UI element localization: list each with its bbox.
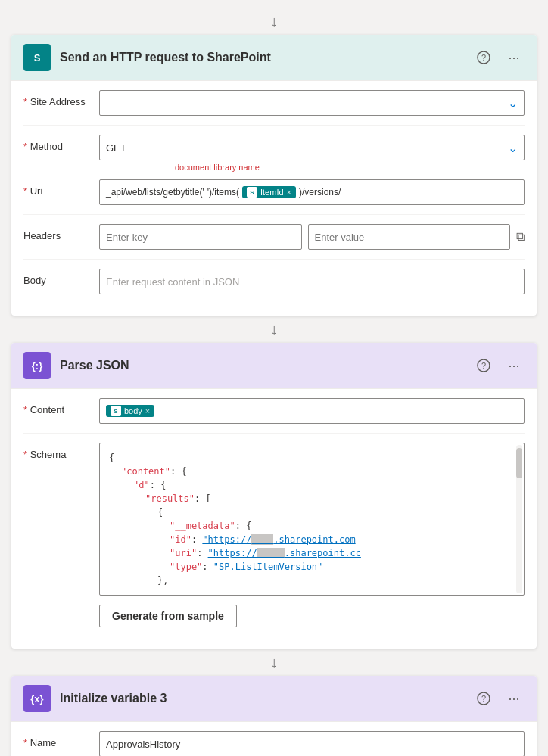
copy-icon: ⧉: [516, 230, 525, 244]
site-address-label: Site Address: [23, 90, 99, 107]
token-close-icon[interactable]: ×: [287, 188, 291, 197]
content-control: S body ×: [99, 398, 525, 424]
content-token-icon: S: [111, 406, 121, 416]
content-row: Content S body ×: [23, 389, 525, 434]
svg-text:?: ?: [481, 53, 486, 62]
uri-suffix: ')/items(: [207, 187, 239, 198]
http-card-title: Send an HTTP request to SharePoint: [60, 51, 464, 64]
generate-from-sample-button[interactable]: Generate from sample: [99, 605, 237, 627]
var-name-control: ApprovalsHistory: [99, 731, 525, 756]
schema-editor[interactable]: { "content": { "d": { "results": [ { "__…: [99, 443, 525, 596]
headers-row: Headers ⧉: [23, 215, 525, 260]
headers-label: Headers: [23, 224, 99, 241]
var-name-label: Name: [23, 731, 99, 748]
method-dropdown[interactable]: GET ⌄: [99, 135, 525, 160]
headers-inputs: ⧉: [99, 224, 525, 250]
var-name-row: Name ApprovalsHistory: [23, 722, 525, 756]
parse-card-title: Parse JSON: [60, 359, 464, 372]
sharepoint-icon: S: [23, 44, 51, 71]
initialize-variable-card: {x} Initialize variable 3 ? ··· Name App…: [11, 676, 537, 756]
schema-line-6: "__metadata": {: [109, 519, 515, 533]
schema-scrollbar-thumb: [516, 448, 522, 478]
parse-more-button[interactable]: ···: [503, 355, 525, 376]
site-address-dropdown[interactable]: ⌄: [99, 90, 525, 116]
uri-token-itemid: S ItemId ×: [242, 186, 296, 198]
schema-line-3: "d": {: [109, 478, 515, 492]
var-card-actions: ? ···: [473, 688, 525, 709]
schema-line-4: "results": [: [109, 492, 515, 506]
var-name-value: ApprovalsHistory: [106, 739, 180, 750]
schema-label: Schema: [23, 443, 99, 460]
bottom-connector-arrow: ↓: [270, 649, 278, 676]
token-icon-sp: S: [247, 187, 257, 198]
method-chevron: ⌄: [508, 141, 518, 155]
uri-postfix: )/versions/: [299, 187, 341, 198]
var-help-button[interactable]: ?: [473, 688, 494, 709]
uri-control: document library name ↓ _api/web/lists/g…: [99, 179, 525, 205]
body-label: Body: [23, 269, 99, 286]
http-card-actions: ? ···: [473, 47, 525, 68]
schema-scrollbar[interactable]: [516, 445, 522, 593]
headers-control: ⧉: [99, 224, 525, 250]
schema-row: Schema { "content": { "d": { "results": …: [23, 434, 525, 636]
http-help-button[interactable]: ?: [473, 47, 494, 68]
middle-connector-arrow: ↓: [270, 316, 278, 343]
parse-help-button[interactable]: ?: [473, 355, 494, 376]
http-more-button[interactable]: ···: [503, 47, 525, 68]
var-more-button[interactable]: ···: [503, 688, 525, 709]
uri-row: Uri document library name ↓ _api/web/lis…: [23, 170, 525, 215]
headers-value-input[interactable]: [308, 224, 511, 250]
http-request-card: S Send an HTTP request to SharePoint ? ·…: [11, 35, 537, 316]
content-token-close-icon[interactable]: ×: [145, 406, 150, 415]
body-control: Enter request content in JSON: [99, 269, 525, 294]
method-row: Method GET ⌄: [23, 126, 525, 170]
parse-card-header: {:} Parse JSON ? ···: [11, 343, 537, 388]
content-token-body: S body ×: [106, 405, 154, 417]
parse-card-body: Content S body × Schema {: [11, 388, 537, 649]
var-card-header: {x} Initialize variable 3 ? ···: [11, 676, 537, 721]
schema-line-10: },: [109, 574, 515, 587]
method-label: Method: [23, 135, 99, 152]
method-value: GET: [106, 142, 126, 154]
body-placeholder: Enter request content in JSON: [106, 276, 239, 288]
body-row: Body Enter request content in JSON: [23, 260, 525, 303]
body-input[interactable]: Enter request content in JSON: [99, 269, 525, 294]
top-connector-arrow: ↓: [270, 8, 278, 35]
var-name-input[interactable]: ApprovalsHistory: [99, 731, 525, 756]
uri-prefix: _api/web/lists/getbytitle(': [106, 187, 204, 198]
schema-line-1: {: [109, 451, 515, 465]
parse-json-card: {:} Parse JSON ? ··· Content: [11, 343, 537, 649]
svg-text:?: ?: [481, 694, 486, 703]
schema-line-5: {: [109, 506, 515, 519]
content-label: Content: [23, 398, 99, 415]
svg-text:?: ?: [481, 361, 486, 370]
schema-line-9: "type": "SP.ListItemVersion": [109, 560, 515, 574]
schema-line-2: "content": {: [109, 465, 515, 478]
content-token-row[interactable]: S body ×: [99, 398, 525, 424]
parse-card-actions: ? ···: [473, 355, 525, 376]
schema-control: { "content": { "d": { "results": [ { "__…: [99, 443, 525, 627]
headers-key-input[interactable]: [99, 224, 302, 250]
content-token-label: body: [124, 406, 142, 415]
schema-line-7: "id": "https://____.sharepoint.com: [109, 533, 515, 546]
method-control: GET ⌄: [99, 135, 525, 160]
parse-json-icon: {:}: [23, 352, 51, 379]
var-card-body: Name ApprovalsHistory Type String ⌄ Valu…: [11, 721, 537, 756]
site-address-control: ⌄: [99, 90, 525, 116]
schema-line-8: "uri": "https://_____.sharepoint.cc: [109, 546, 515, 560]
uri-annotation: document library name: [175, 163, 260, 172]
var-card-title: Initialize variable 3: [60, 692, 464, 705]
token-label: ItemId: [260, 188, 284, 197]
http-card-body: Site Address ⌄ Method GET ⌄ Uri: [11, 80, 537, 316]
uri-label: Uri: [23, 179, 99, 197]
uri-input[interactable]: _api/web/lists/getbytitle(' ')/items( S …: [99, 179, 525, 205]
site-address-chevron: ⌄: [508, 96, 518, 110]
var-icon: {x}: [23, 685, 51, 712]
site-address-row: Site Address ⌄: [23, 81, 525, 126]
http-card-header: S Send an HTTP request to SharePoint ? ·…: [11, 35, 537, 80]
